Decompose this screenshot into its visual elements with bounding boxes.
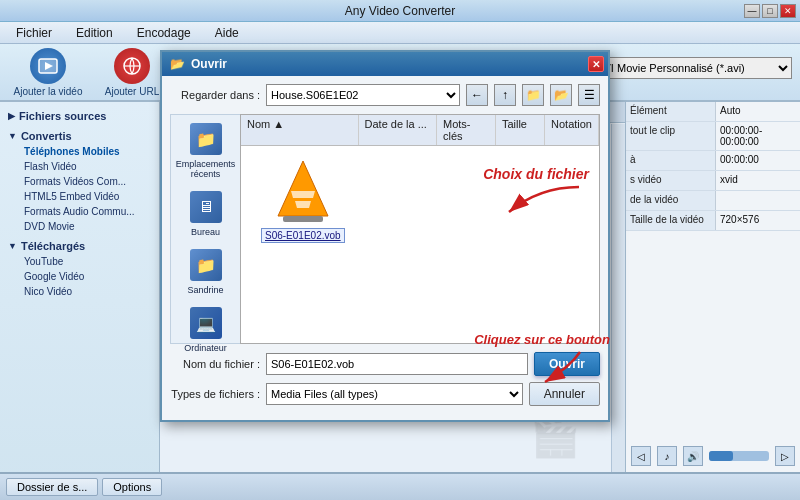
file-list-area: Nom ▲ Date de la ... Mots-clés Taille No… (240, 114, 600, 344)
dialog-close-button[interactable]: ✕ (588, 56, 604, 72)
ordinateur-icon: 💻 (190, 307, 222, 339)
arrow2-svg (530, 347, 610, 392)
ordinateur-label: Ordinateur (184, 343, 227, 353)
nav-folder-btn[interactable]: 📁 (522, 84, 544, 106)
recent-icon: 📁 (190, 123, 222, 155)
file-type-label: Types de fichiers : (170, 388, 260, 400)
file-name-label: Nom du fichier : (170, 358, 260, 370)
dialog-title-icon: 📂 (170, 57, 185, 71)
look-in-row: Regarder dans : House.S06E1E02 ← ↑ 📁 📂 ☰ (170, 84, 600, 106)
bureau-label: Bureau (191, 227, 220, 237)
file-type-row: Types de fichiers : Media Files (all typ… (170, 382, 600, 406)
file-list-header: Nom ▲ Date de la ... Mots-clés Taille No… (241, 115, 599, 146)
svg-marker-9 (291, 191, 315, 198)
sandrine-icon: 📁 (190, 249, 222, 281)
col-date[interactable]: Date de la ... (359, 115, 437, 145)
vlc-filename[interactable]: S06-E01E02.vob (261, 228, 345, 243)
arrow1-svg (489, 182, 589, 222)
annotation-choix-text: Choix du fichier (483, 166, 589, 182)
file-shortcuts: 📁 Emplacements récents 🖥 Bureau 📁 (170, 114, 240, 344)
col-size[interactable]: Taille (496, 115, 545, 145)
svg-rect-11 (283, 216, 323, 222)
annotation-choix: Choix du fichier (483, 166, 589, 222)
shortcut-sandrine[interactable]: 📁 Sandrine (187, 249, 223, 295)
shortcut-bureau[interactable]: 🖥 Bureau (190, 191, 222, 237)
sandrine-label: Sandrine (187, 285, 223, 295)
open-dialog: 📂 Ouvrir ✕ Regarder dans : House.S06E1E0… (160, 50, 610, 422)
dialog-title: Ouvrir (191, 57, 227, 71)
dialog-titlebar: 📂 Ouvrir ✕ (162, 52, 608, 76)
col-keywords[interactable]: Mots-clés (437, 115, 496, 145)
recent-label: Emplacements récents (175, 159, 236, 179)
nav-new-folder-btn[interactable]: 📂 (550, 84, 572, 106)
dialog-body: Regarder dans : House.S06E1E02 ← ↑ 📁 📂 ☰ (162, 76, 608, 420)
nav-back-btn[interactable]: ← (466, 84, 488, 106)
bureau-icon: 🖥 (190, 191, 222, 223)
file-list-body: S06-E01E02.vob Choix du fichier (241, 146, 599, 343)
annotation-cliquez-text: Cliquez sur ce bouton (474, 332, 610, 347)
vlc-file-icon[interactable]: S06-E01E02.vob (261, 156, 345, 243)
svg-marker-10 (295, 201, 311, 208)
file-list-container: 📁 Emplacements récents 🖥 Bureau 📁 (170, 114, 600, 344)
look-in-label: Regarder dans : (170, 89, 260, 101)
dialog-overlay: 📂 Ouvrir ✕ Regarder dans : House.S06E1E0… (0, 0, 800, 500)
shortcut-ordinateur[interactable]: 💻 Ordinateur (184, 307, 227, 353)
nav-view-btn[interactable]: ☰ (578, 84, 600, 106)
col-nom[interactable]: Nom ▲ (241, 115, 359, 145)
nav-up-btn[interactable]: ↑ (494, 84, 516, 106)
col-note[interactable]: Notation (545, 115, 599, 145)
vlc-cone-svg (273, 156, 333, 226)
annotation-cliquez: Cliquez sur ce bouton (474, 332, 610, 392)
shortcut-recent[interactable]: 📁 Emplacements récents (175, 123, 236, 179)
look-in-select[interactable]: House.S06E1E02 (266, 84, 460, 106)
